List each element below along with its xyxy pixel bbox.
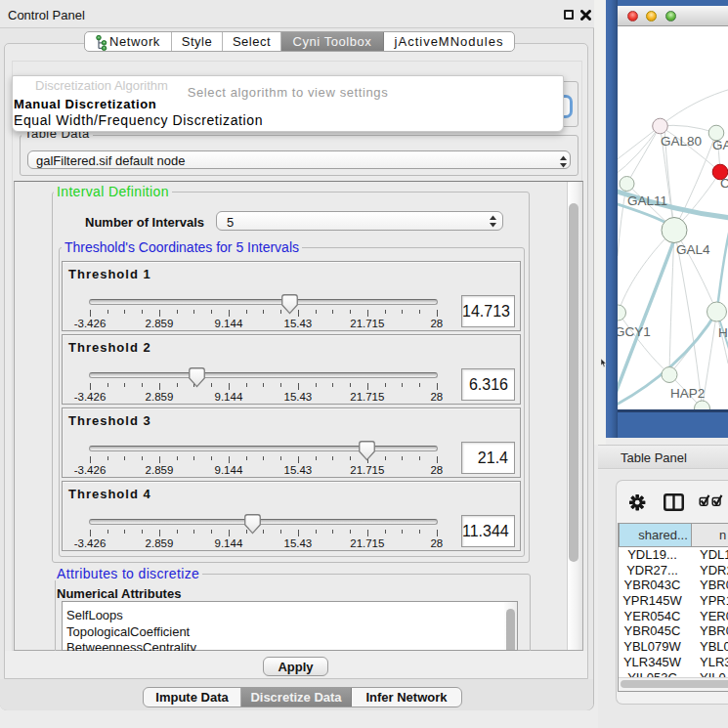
svg-text:HAP2: HAP2 xyxy=(670,386,705,401)
svg-text:GCY1: GCY1 xyxy=(618,324,651,339)
svg-text:GA: GA xyxy=(712,138,728,152)
svg-text:GAL4: GAL4 xyxy=(676,242,710,257)
svg-text:C: C xyxy=(720,176,728,191)
svg-text:H: H xyxy=(718,325,728,340)
svg-text:GAL80: GAL80 xyxy=(661,134,702,149)
svg-text:GAL11: GAL11 xyxy=(627,193,667,208)
